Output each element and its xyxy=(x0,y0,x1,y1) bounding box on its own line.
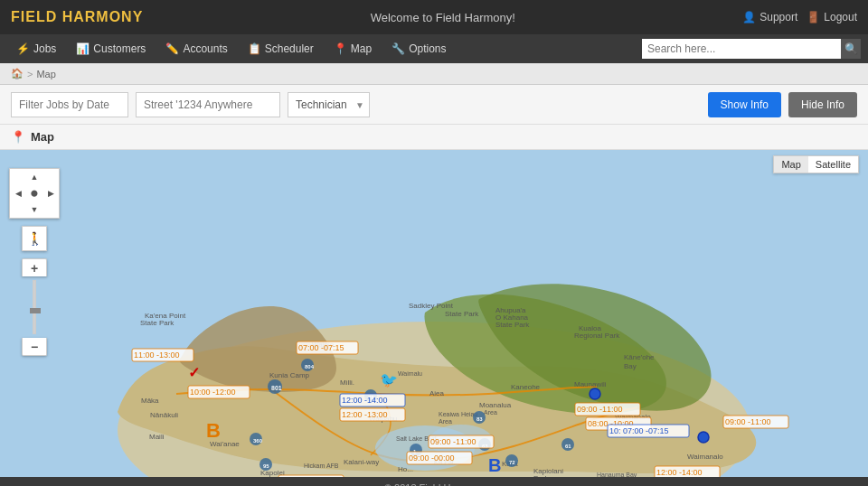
nav-left-button[interactable]: ◀ xyxy=(10,185,26,201)
map-type-satellite-button[interactable]: Satellite xyxy=(808,156,858,173)
app-footer: © 2013 Field Harmony xyxy=(0,477,868,486)
svg-text:Regional Park: Regional Park xyxy=(574,332,620,340)
technician-select-wrap: Technician ▼ xyxy=(288,92,370,117)
svg-text:🐦: 🐦 xyxy=(380,371,398,388)
zoom-bar[interactable] xyxy=(33,280,36,334)
svg-text:State Park: State Park xyxy=(445,310,479,318)
street-view-button[interactable]: 🚶 xyxy=(22,226,47,251)
svg-text:10:00 -12:00: 10:00 -12:00 xyxy=(190,388,236,397)
nav-center-button[interactable]: ⬤ xyxy=(26,185,42,201)
toolbar: Technician ▼ Show Info Hide Info xyxy=(0,85,868,125)
svg-text:Hanauma Bay: Hanauma Bay xyxy=(597,472,637,477)
breadcrumb-home[interactable]: 🏠 xyxy=(11,68,24,79)
svg-text:✓: ✓ xyxy=(188,365,200,380)
map-controls: ▲ ◀ ⬤ ▶ ▼ 🚶 + − xyxy=(9,168,60,356)
filter-jobs-input[interactable] xyxy=(11,92,128,117)
scheduler-icon: 📋 xyxy=(248,42,261,55)
svg-text:Ho...: Ho... xyxy=(398,465,413,473)
nav-up-button[interactable]: ▲ xyxy=(26,169,42,185)
svg-text:Aiea: Aiea xyxy=(429,389,445,397)
nav-item-jobs[interactable]: ⚡ Jobs xyxy=(7,34,65,63)
support-icon: 👤 xyxy=(742,11,756,23)
accounts-icon: ✏️ xyxy=(165,42,179,55)
nav-down-button[interactable]: ▼ xyxy=(26,201,42,218)
logo-text: FIELD xyxy=(11,9,57,24)
svg-text:State Park: State Park xyxy=(140,319,175,327)
svg-text:09:00 -00:00: 09:00 -00:00 xyxy=(409,453,455,463)
svg-text:B: B xyxy=(206,419,221,442)
breadcrumb-separator: > xyxy=(27,69,33,79)
svg-text:801: 801 xyxy=(271,385,282,391)
svg-text:83: 83 xyxy=(476,416,483,422)
map-type-map-button[interactable]: Map xyxy=(774,156,807,173)
app-logo: FIELD HARMONY xyxy=(11,9,143,25)
logo-text2: HARMONY xyxy=(57,9,143,24)
svg-text:Sadkley Point: Sadkley Point xyxy=(409,302,454,310)
svg-text:12:00 -14:00: 12:00 -14:00 xyxy=(342,396,388,405)
map-section-header: 📍 Map xyxy=(0,125,868,150)
hide-info-button[interactable]: Hide Info xyxy=(788,92,857,117)
address-input[interactable] xyxy=(136,92,280,117)
svg-text:Hickam AFB: Hickam AFB xyxy=(304,463,339,469)
svg-text:Moanalua: Moanalua xyxy=(479,401,512,409)
svg-text:B: B xyxy=(488,455,501,475)
svg-text:Area: Area xyxy=(439,418,452,425)
zoom-out-button[interactable]: − xyxy=(22,338,47,356)
logout-button[interactable]: 🚪 Logout xyxy=(807,11,857,23)
svg-text:State Park: State Park xyxy=(495,321,530,329)
svg-text:Māka: Māka xyxy=(141,397,159,405)
svg-text:804: 804 xyxy=(305,364,315,369)
svg-text:12:00 -13:00: 12:00 -13:00 xyxy=(342,410,388,419)
svg-text:Maili: Maili xyxy=(149,433,165,441)
map-pin-icon: 📍 xyxy=(11,130,25,144)
svg-text:Kunia Camp: Kunia Camp xyxy=(269,371,310,379)
svg-text:Kāne'ohe: Kāne'ohe xyxy=(624,353,655,361)
search-container: 🔍 xyxy=(642,39,861,59)
search-button[interactable]: 🔍 xyxy=(841,39,861,59)
breadcrumb: 🏠 > Map xyxy=(0,63,868,85)
svg-text:Nānākuli: Nānākuli xyxy=(150,411,178,419)
nav-item-map[interactable]: 📍 Map xyxy=(325,34,381,63)
svg-text:09:00 -11:00: 09:00 -11:00 xyxy=(725,417,771,426)
svg-text:Keaiwa Heiau: Keaiwa Heiau xyxy=(439,411,477,417)
svg-text:Park: Park xyxy=(533,474,549,477)
jobs-icon: ⚡ xyxy=(16,42,30,55)
svg-text:Area: Area xyxy=(484,409,497,416)
map-section-title: Map xyxy=(31,130,54,144)
svg-text:07:00 -07:15: 07:00 -07:15 xyxy=(298,343,344,352)
svg-text:09:00 -11:00: 09:00 -11:00 xyxy=(577,405,623,414)
zoom-in-button[interactable]: + xyxy=(22,258,47,276)
navbar: ⚡ Jobs 📊 Customers ✏️ Accounts 📋 Schedul… xyxy=(0,34,868,63)
svg-text:61: 61 xyxy=(565,444,571,449)
svg-text:Maunawili: Maunawili xyxy=(574,380,607,388)
support-button[interactable]: 👤 Support xyxy=(742,11,797,23)
nav-item-options[interactable]: 🔧 Options xyxy=(382,34,455,63)
nav-sw-cell xyxy=(10,201,26,218)
technician-select[interactable]: Technician xyxy=(288,92,370,117)
nav-item-scheduler[interactable]: 📋 Scheduler xyxy=(239,34,323,63)
svg-point-122 xyxy=(698,432,709,443)
header-title: Welcome to Field Harmony! xyxy=(371,11,515,24)
svg-text:Waimanalo: Waimanalo xyxy=(687,453,723,461)
search-input[interactable] xyxy=(642,39,841,59)
svg-text:Kalani-way: Kalani-way xyxy=(344,458,379,466)
map-container[interactable]: Ka'ena Point State Park Sadkley Point St… xyxy=(0,150,868,477)
zoom-handle[interactable] xyxy=(30,308,41,313)
svg-text:12:00 -14:00: 12:00 -14:00 xyxy=(656,468,703,477)
nav-item-accounts[interactable]: ✏️ Accounts xyxy=(156,34,236,63)
map-type-selector: Map Satellite xyxy=(773,155,859,173)
customers-icon: 📊 xyxy=(76,42,90,55)
logout-icon: 🚪 xyxy=(807,11,820,23)
svg-text:11:00 -13:00: 11:00 -13:00 xyxy=(134,350,180,360)
svg-text:Bay: Bay xyxy=(624,362,637,370)
svg-text:72: 72 xyxy=(509,460,515,465)
app-header: FIELD HARMONY Welcome to Field Harmony! … xyxy=(0,0,868,34)
svg-text:Kaneohe: Kaneohe xyxy=(511,383,541,391)
nav-item-customers[interactable]: 📊 Customers xyxy=(67,34,155,63)
footer-text: © 2013 Field Harmony xyxy=(384,482,484,486)
show-info-button[interactable]: Show Info xyxy=(708,92,781,117)
nav-right-button[interactable]: ▶ xyxy=(42,185,59,201)
svg-text:09:00 -11:00: 09:00 -11:00 xyxy=(430,437,476,446)
svg-text:95: 95 xyxy=(263,463,269,469)
svg-text:Waimalu: Waimalu xyxy=(398,370,422,377)
